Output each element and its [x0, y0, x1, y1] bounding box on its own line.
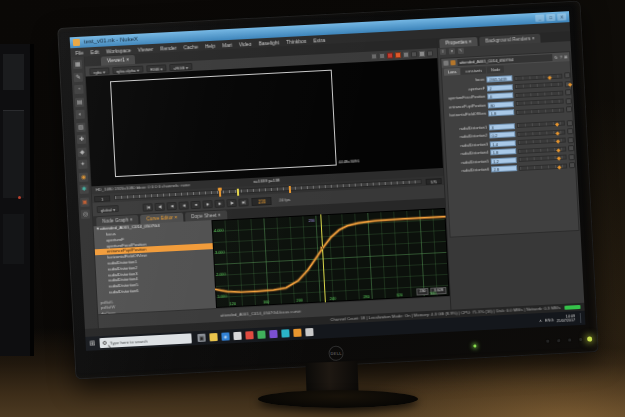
menu-edit[interactable]: Edit	[90, 48, 99, 54]
time-icon[interactable]: ◔	[74, 85, 83, 94]
image-icon[interactable]: ▦	[73, 60, 82, 69]
menu-extra[interactable]: Extra	[313, 36, 325, 43]
range-start-field[interactable]: 1	[94, 195, 110, 202]
edge-browser-icon[interactable]: e	[221, 332, 229, 340]
goto-start-button[interactable]: |◀	[143, 203, 153, 212]
knob-value-field[interactable]: 4	[487, 92, 513, 99]
next-frame-button[interactable]: ▶	[215, 199, 225, 208]
menu-file[interactable]: File	[75, 49, 83, 55]
viewer-canvas[interactable]: 4448x3096	[86, 58, 443, 186]
menu-help[interactable]: Help	[205, 42, 216, 49]
knob-slider[interactable]	[516, 107, 564, 115]
window-controls[interactable]: _□X	[535, 13, 566, 22]
menu-baselight[interactable]: Baselight	[258, 39, 279, 46]
animation-menu-button[interactable]	[565, 89, 571, 95]
knob-value-field[interactable]: 80	[488, 101, 514, 108]
viewer-dropdown-1[interactable]: rgba.alpha ▾	[112, 65, 143, 74]
stop-button[interactable]: ■	[191, 200, 201, 209]
viewer-dropdown-2[interactable]: RGB ▾	[146, 64, 167, 72]
menu-video[interactable]: Video	[239, 40, 252, 47]
curve-graph[interactable]: 230 230 3.628 1.0002.0003.0004.000120160…	[211, 208, 449, 308]
node-header-icon[interactable]: ↻	[554, 55, 558, 60]
play-backward-button[interactable]: ◀	[179, 201, 189, 210]
node-color-swatch2[interactable]	[450, 60, 455, 65]
transform-icon[interactable]: ✦	[78, 160, 87, 169]
knob-slider[interactable]	[519, 163, 567, 171]
window-control[interactable]: □	[546, 14, 555, 21]
start-button[interactable]: ⊞	[85, 336, 100, 351]
app-purple-icon[interactable]	[269, 330, 277, 338]
node-tab-lens[interactable]: Lens	[444, 68, 461, 76]
menu-render[interactable]: Render	[160, 44, 177, 51]
app-green-icon[interactable]	[257, 330, 265, 338]
tray-caret-icon[interactable]: ∧	[539, 317, 542, 322]
node-tab-node[interactable]: Node	[487, 66, 505, 74]
animation-menu-button[interactable]	[569, 162, 575, 168]
menu-viewer[interactable]: Viewer	[138, 45, 153, 52]
node-tab-constants[interactable]: constants	[461, 67, 486, 75]
app-orange-icon[interactable]	[293, 329, 301, 337]
window-control[interactable]: _	[535, 14, 544, 21]
error-toggle[interactable]	[387, 52, 393, 58]
ipr-toggle[interactable]	[427, 50, 433, 56]
task-view-icon[interactable]: ▣	[197, 334, 205, 342]
tray-clock[interactable]: 14:09 25/07/2017	[556, 314, 575, 323]
node-header-icon[interactable]: ?	[560, 55, 562, 60]
menu-thinkbox[interactable]: Thinkbox	[286, 37, 307, 44]
knob-value-field[interactable]: 1.8	[490, 148, 516, 155]
animation-menu-button[interactable]	[568, 154, 574, 160]
tab-properties[interactable]: Properties ×	[439, 37, 477, 48]
3d-icon[interactable]: ◉	[79, 172, 88, 181]
animation-menu-button[interactable]	[566, 106, 572, 112]
particles-icon[interactable]: ✱	[79, 185, 88, 194]
knob-value-field[interactable]: 1.2	[491, 157, 517, 164]
viewer-dropdown-0[interactable]: rgba ▾	[89, 67, 109, 75]
deep-icon[interactable]: ▣	[80, 197, 89, 206]
knob-value-field[interactable]: 2	[487, 84, 513, 91]
properties-tool-icon[interactable]: ✎	[458, 48, 464, 54]
file-explorer-icon[interactable]	[209, 333, 217, 341]
range-mode-dropdown[interactable]: global ▾	[97, 205, 120, 213]
roi-toggle[interactable]	[419, 51, 425, 57]
current-frame-field[interactable]: 230	[252, 196, 272, 205]
animation-menu-button[interactable]	[567, 120, 573, 126]
selected-keyframe[interactable]	[320, 246, 323, 249]
menu-workspace[interactable]: Workspace	[106, 47, 131, 54]
properties-tool-icon[interactable]: ▾	[449, 48, 455, 54]
gamma-toggle[interactable]	[379, 53, 385, 59]
goto-end-button[interactable]: ▶|	[239, 198, 249, 207]
animation-menu-button[interactable]	[564, 72, 570, 78]
gain-toggle[interactable]	[371, 53, 377, 59]
zebra-toggle[interactable]	[403, 52, 409, 58]
key-frame-field[interactable]: 230	[416, 288, 429, 296]
merge-icon[interactable]: ◆	[77, 147, 86, 156]
animation-menu-button[interactable]	[568, 137, 574, 143]
keyer-icon[interactable]: ✚	[77, 135, 86, 144]
tray-language[interactable]: ENG	[545, 317, 554, 322]
knob-value-field[interactable]: 1.4	[490, 140, 516, 147]
viewer-dropdown-3[interactable]: sRGB ▾	[169, 62, 192, 70]
channel-icon[interactable]: ▤	[75, 97, 84, 106]
app-grey-icon[interactable]	[305, 328, 313, 336]
show-desktop-button[interactable]	[580, 313, 583, 323]
views-icon[interactable]: ◎	[81, 209, 90, 218]
window-control[interactable]: X	[557, 13, 566, 20]
knob-value-field[interactable]: 3	[489, 123, 515, 130]
knob-value-field[interactable]: 2365.5419	[486, 75, 512, 82]
animation-menu-button[interactable]	[568, 145, 574, 151]
proxy-toggle[interactable]	[411, 51, 417, 57]
menu-cache[interactable]: Cache	[183, 43, 198, 50]
range-end-field[interactable]: 575	[426, 178, 442, 185]
animation-menu-button[interactable]	[566, 98, 572, 104]
next-key-button[interactable]: |▶	[227, 198, 237, 207]
prev-key-button[interactable]: ◀|	[155, 202, 165, 211]
app-red-icon[interactable]	[245, 331, 253, 339]
play-forward-button[interactable]: ▶	[203, 200, 213, 209]
node-name-field[interactable]: attended_A001_C014_0507G4	[457, 54, 552, 66]
node-header-icon[interactable]: ⊠	[564, 54, 568, 59]
knob-value-field[interactable]: 1.8	[488, 109, 514, 116]
knob-value-field[interactable]: 0.2	[489, 131, 515, 138]
color-icon[interactable]: ◐	[75, 110, 84, 119]
animation-menu-button[interactable]	[567, 128, 573, 134]
knob-value-field[interactable]: 2.8	[491, 165, 517, 172]
